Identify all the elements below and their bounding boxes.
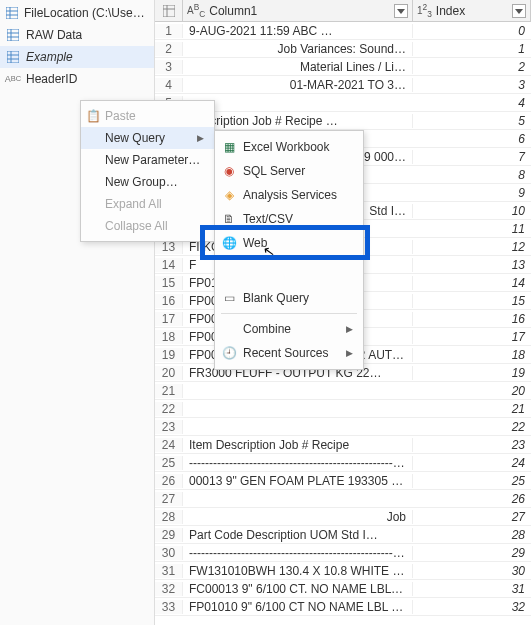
menu-expand-all: Expand All bbox=[81, 193, 214, 215]
table-row[interactable]: 2322 bbox=[155, 418, 531, 436]
cell-index: 6 bbox=[413, 132, 531, 146]
submenu-blank-query[interactable]: ▭ Blank Query bbox=[215, 286, 363, 310]
cell-index: 2 bbox=[413, 60, 531, 74]
cell-index: 7 bbox=[413, 150, 531, 164]
row-number-header bbox=[155, 0, 183, 21]
query-item-headerid[interactable]: ABC HeaderID bbox=[0, 68, 154, 90]
svg-rect-8 bbox=[7, 51, 19, 63]
row-number: 20 bbox=[155, 366, 183, 380]
menu-new-parameter[interactable]: New Parameter… bbox=[81, 149, 214, 171]
row-number: 16 bbox=[155, 294, 183, 308]
table-row[interactable]: 2726 bbox=[155, 490, 531, 508]
query-item-rawdata[interactable]: RAW Data bbox=[0, 24, 154, 46]
cell-column1: ----------------------------------------… bbox=[183, 456, 413, 470]
row-number: 18 bbox=[155, 330, 183, 344]
query-item-filelocation[interactable]: FileLocation (C:\Users\lisde… bbox=[0, 2, 154, 24]
table-row[interactable]: 2120 bbox=[155, 382, 531, 400]
row-number: 26 bbox=[155, 474, 183, 488]
cell-index: 19 bbox=[413, 366, 531, 380]
cell-index: 3 bbox=[413, 78, 531, 92]
cell-index: 12 bbox=[413, 240, 531, 254]
row-number: 29 bbox=[155, 528, 183, 542]
cell-index: 24 bbox=[413, 456, 531, 470]
cell-index: 16 bbox=[413, 312, 531, 326]
menu-new-group[interactable]: New Group… bbox=[81, 171, 214, 193]
cell-column1: FW131010BWH 130.4 X 10.8 WHITE KG … bbox=[183, 564, 413, 578]
column-header-index[interactable]: 123 Index bbox=[413, 0, 531, 21]
chevron-right-icon: ▶ bbox=[346, 348, 353, 358]
table-icon bbox=[6, 51, 20, 63]
row-number: 31 bbox=[155, 564, 183, 578]
menu-new-query[interactable]: New Query ▶ bbox=[81, 127, 214, 149]
submenu-recent-sources[interactable]: 🕘 Recent Sources ▶ bbox=[215, 341, 363, 365]
table-row[interactable]: 30--------------------------------------… bbox=[155, 544, 531, 562]
table-row[interactable]: 25--------------------------------------… bbox=[155, 454, 531, 472]
cell-index: 0 bbox=[413, 24, 531, 38]
table-row[interactable]: 32FC00013 9" 6/100 CT. NO NAME LBL EA …3… bbox=[155, 580, 531, 598]
table-row[interactable]: 401-MAR-2021 TO 3…3 bbox=[155, 76, 531, 94]
submenu-sql[interactable]: ◉ SQL Server bbox=[215, 159, 363, 183]
text-type-icon: ABC bbox=[187, 2, 205, 19]
row-number: 21 bbox=[155, 384, 183, 398]
abc-icon: ABC bbox=[6, 74, 20, 84]
table-row[interactable]: 31FW131010BWH 130.4 X 10.8 WHITE KG …30 bbox=[155, 562, 531, 580]
table-row[interactable]: 19-AUG-2021 11:59 ABC …0 bbox=[155, 22, 531, 40]
cell-index: 14 bbox=[413, 276, 531, 290]
row-number: 33 bbox=[155, 600, 183, 614]
cell-index: 8 bbox=[413, 168, 531, 182]
query-label: RAW Data bbox=[26, 28, 82, 42]
cell-index: 31 bbox=[413, 582, 531, 596]
table-row[interactable]: 2600013 9" GEN FOAM PLATE 193305 000…25 bbox=[155, 472, 531, 490]
blank-query-icon: ▭ bbox=[221, 291, 237, 305]
cell-index: 9 bbox=[413, 186, 531, 200]
chevron-right-icon: ▶ bbox=[197, 133, 204, 143]
table-row[interactable]: 3Material Lines / Li…2 bbox=[155, 58, 531, 76]
cell-column1: 01-MAR-2021 TO 3… bbox=[183, 78, 413, 92]
cell-index: 27 bbox=[413, 510, 531, 524]
table-row[interactable]: 2221 bbox=[155, 400, 531, 418]
submenu-analysis[interactable]: ◈ Analysis Services bbox=[215, 183, 363, 207]
query-item-example[interactable]: Example bbox=[0, 46, 154, 68]
row-number: 30 bbox=[155, 546, 183, 560]
cell-index: 23 bbox=[413, 438, 531, 452]
table-row[interactable]: 33FP01010 9" 6/100 CT NO NAME LBL EA …32 bbox=[155, 598, 531, 616]
submenu-web[interactable]: 🌐 Web bbox=[215, 231, 363, 255]
svg-marker-15 bbox=[397, 9, 405, 14]
svg-rect-4 bbox=[7, 29, 19, 41]
cell-index: 11 bbox=[413, 222, 531, 236]
query-label: HeaderID bbox=[26, 72, 77, 86]
filter-dropdown[interactable] bbox=[394, 4, 408, 18]
cell-index: 15 bbox=[413, 294, 531, 308]
cell-index: 22 bbox=[413, 420, 531, 434]
table-row[interactable]: 2Job Variances: Sound…1 bbox=[155, 40, 531, 58]
cell-index: 29 bbox=[413, 546, 531, 560]
row-number: 23 bbox=[155, 420, 183, 434]
table-row[interactable]: 29Part Code Description UOM Std I…28 bbox=[155, 526, 531, 544]
svg-rect-12 bbox=[163, 5, 175, 17]
row-number: 4 bbox=[155, 78, 183, 92]
row-number: 14 bbox=[155, 258, 183, 272]
cell-index: 26 bbox=[413, 492, 531, 506]
row-number: 27 bbox=[155, 492, 183, 506]
column-header-column1[interactable]: ABC Column1 bbox=[183, 0, 413, 21]
cell-column1: 00013 9" GEN FOAM PLATE 193305 000… bbox=[183, 474, 413, 488]
cell-column1: Job bbox=[183, 510, 413, 524]
row-number: 25 bbox=[155, 456, 183, 470]
submenu-excel[interactable]: ▦ Excel Workbook bbox=[215, 135, 363, 159]
submenu-textcsv[interactable]: 🗎 Text/CSV bbox=[215, 207, 363, 231]
cell-index: 30 bbox=[413, 564, 531, 578]
svg-rect-0 bbox=[6, 7, 18, 19]
table-row[interactable]: 28Job27 bbox=[155, 508, 531, 526]
cell-index: 10 bbox=[413, 204, 531, 218]
cell-column1: FC00013 9" 6/100 CT. NO NAME LBL EA … bbox=[183, 582, 413, 596]
row-number: 1 bbox=[155, 24, 183, 38]
column-name: Column1 bbox=[209, 4, 390, 18]
queries-pane: FileLocation (C:\Users\lisde… RAW Data E… bbox=[0, 0, 155, 625]
submenu-combine[interactable]: Combine ▶ bbox=[215, 317, 363, 341]
chevron-right-icon: ▶ bbox=[346, 324, 353, 334]
table-row[interactable]: 24Item Description Job # Recipe23 bbox=[155, 436, 531, 454]
filter-dropdown[interactable] bbox=[512, 4, 526, 18]
new-query-submenu: ▦ Excel Workbook ◉ SQL Server ◈ Analysis… bbox=[214, 130, 364, 370]
svg-marker-16 bbox=[515, 9, 523, 14]
table-icon[interactable] bbox=[155, 0, 182, 21]
